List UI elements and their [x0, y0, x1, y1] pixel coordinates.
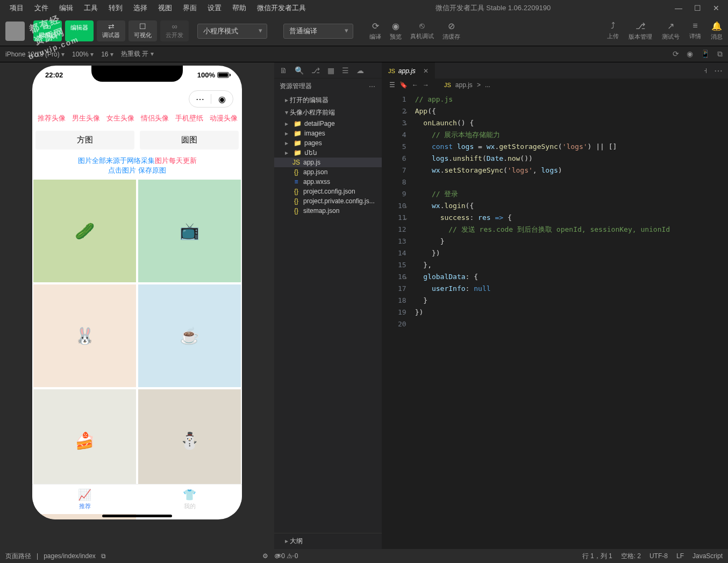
nav-fwd-icon[interactable]: →: [423, 81, 429, 89]
minimize-button[interactable]: —: [675, 4, 682, 12]
breadcrumb-file[interactable]: app.js: [455, 81, 473, 89]
toolbar-mode-button[interactable]: 编辑器: [65, 20, 94, 41]
subbar-icon[interactable]: ⟳: [673, 49, 679, 59]
tree-folder[interactable]: 📁detailPage: [274, 119, 382, 129]
tree-folder[interactable]: 📁pages: [274, 138, 382, 148]
toolbar-right-button[interactable]: ↗测试号: [662, 21, 680, 41]
search-icon[interactable]: 🔍: [295, 66, 304, 75]
ext-icon[interactable]: ☰: [342, 66, 349, 75]
files-icon[interactable]: 🗎: [280, 66, 287, 75]
phone-tab-bar: 📈推荐👕我的: [32, 484, 242, 514]
outline-section[interactable]: 大纲: [274, 533, 382, 549]
simulator-panel: 22:02 100% ⋯ ◉ 推荐头像男生头像女生头像情侣头像手机壁纸动漫头像 …: [0, 62, 274, 549]
tabbar-item[interactable]: 👕我的: [183, 488, 196, 510]
git-icon[interactable]: ⎇: [311, 66, 320, 75]
split-editor-icon[interactable]: ⫞: [703, 66, 708, 75]
menu-item[interactable]: 工具: [78, 1, 103, 15]
nav-icon[interactable]: ☰: [389, 81, 395, 89]
page-path-label[interactable]: 页面路径: [5, 552, 31, 561]
toolbar-action-button[interactable]: ◉预览: [390, 21, 402, 41]
mode-select[interactable]: 小程序模式: [197, 24, 267, 39]
toolbar-right-button[interactable]: ⤴上传: [607, 21, 619, 41]
tree-file[interactable]: JSapp.js: [274, 158, 382, 167]
status-item[interactable]: UTF-8: [650, 552, 668, 560]
toolbar-right-button[interactable]: ⎇版本管理: [629, 21, 652, 41]
category-tab[interactable]: 动漫头像: [206, 111, 241, 125]
page-path[interactable]: pages/index/index: [44, 552, 96, 560]
tree-file[interactable]: ≡app.wxss: [274, 177, 382, 187]
grid-image[interactable]: 🥒: [33, 180, 136, 282]
open-editors-section[interactable]: 打开的编辑器: [274, 94, 382, 106]
nav-back-icon[interactable]: ←: [412, 81, 418, 89]
error-warning-status[interactable]: ⊘ 0 ⚠ 0: [274, 552, 298, 560]
toolbar-mode-button[interactable]: ∞云开发: [160, 20, 189, 41]
status-item[interactable]: JavaScript: [693, 552, 723, 560]
toolbar-mode-button[interactable]: ☐可视化: [129, 20, 157, 41]
menu-item[interactable]: 视图: [153, 1, 177, 15]
debug-icon[interactable]: ▦: [327, 66, 334, 75]
copy-path-icon[interactable]: ⧉: [101, 552, 106, 560]
toolbar-mode-button[interactable]: ▭模拟器: [33, 20, 62, 41]
menu-item[interactable]: 设置: [202, 1, 227, 15]
grid-image[interactable]: 🍰: [33, 389, 136, 492]
toolbar-action-button[interactable]: ⎋真机调试: [410, 21, 434, 41]
shape-tab-round[interactable]: 圆图: [140, 131, 239, 149]
toolbar-mode-button[interactable]: ⇄调试器: [97, 20, 125, 41]
project-section[interactable]: 头像小程序前端: [274, 106, 382, 119]
device-select[interactable]: iPhone 12/13 (Pro): [5, 51, 65, 58]
tree-file[interactable]: {}sitemap.json: [274, 206, 382, 216]
menu-item[interactable]: 界面: [177, 1, 202, 15]
toolbar-right-button[interactable]: ≡详情: [689, 21, 701, 41]
tab-close-icon[interactable]: ✕: [423, 67, 429, 75]
category-tab[interactable]: 推荐头像: [34, 111, 69, 125]
toolbar-action-button[interactable]: ⊘清缓存: [442, 21, 460, 41]
menu-item[interactable]: 项目: [4, 1, 29, 15]
maximize-button[interactable]: ☐: [694, 4, 701, 12]
category-tab[interactable]: 男生头像: [69, 111, 103, 125]
capsule-close-button[interactable]: ◉: [211, 91, 233, 107]
menu-item[interactable]: 选择: [128, 1, 153, 15]
scene-icon[interactable]: ⚙: [262, 552, 268, 560]
tree-folder[interactable]: 📁images: [274, 129, 382, 138]
tree-file[interactable]: {}app.json: [274, 167, 382, 177]
cloud-icon[interactable]: ☁: [356, 66, 364, 75]
subbar-icon[interactable]: ⧉: [717, 49, 723, 59]
status-item[interactable]: 行 1，列 1: [582, 552, 612, 561]
capsule-menu-button[interactable]: ⋯: [189, 91, 211, 107]
toolbar-action-button[interactable]: ⟳编译: [369, 21, 381, 41]
tree-file[interactable]: {}project.private.config.js...: [274, 196, 382, 206]
tabbar-item[interactable]: 📈推荐: [78, 488, 91, 510]
category-tab[interactable]: 情侣头像: [138, 111, 172, 125]
tree-folder[interactable]: 📁մեն: [274, 148, 382, 158]
grid-image[interactable]: ⛄: [138, 389, 241, 492]
bookmark-icon[interactable]: 🔖: [399, 81, 408, 89]
menu-item[interactable]: 转到: [103, 1, 128, 15]
toolbar-right-button[interactable]: 🔔消息: [711, 21, 723, 41]
compile-select[interactable]: 普通编译: [283, 24, 353, 39]
menu-item[interactable]: 编辑: [54, 1, 78, 15]
explorer-more-icon[interactable]: ⋯: [369, 83, 376, 90]
category-tab[interactable]: 女生头像: [103, 111, 138, 125]
code-content[interactable]: // app.jsApp({ onLaunch() { // 展示本地存储能力 …: [415, 94, 670, 549]
zoom-select[interactable]: 100%: [72, 51, 94, 58]
subbar-icon[interactable]: 📱: [701, 49, 710, 59]
menu-item[interactable]: 微信开发者工具: [252, 1, 311, 15]
hot-reload-select[interactable]: 热重载 开: [121, 49, 154, 59]
font-select[interactable]: 16: [101, 51, 113, 58]
user-avatar[interactable]: [5, 22, 25, 41]
menu-item[interactable]: 文件: [29, 1, 54, 15]
status-item[interactable]: 空格: 2: [621, 552, 641, 561]
editor-more-icon[interactable]: ⋯: [714, 66, 723, 76]
close-button[interactable]: ✕: [713, 4, 719, 12]
code-area[interactable]: 12⌄3⌄45678910⌄11⌄1213141516⌄17181920 // …: [382, 91, 728, 549]
subbar-icon[interactable]: ◉: [687, 49, 693, 59]
grid-image[interactable]: 📺: [138, 180, 241, 282]
grid-image[interactable]: ☕: [138, 284, 241, 387]
editor-tab-active[interactable]: JS app.js ✕: [382, 62, 435, 79]
menu-item[interactable]: 帮助: [227, 1, 252, 15]
status-item[interactable]: LF: [676, 552, 684, 560]
tree-file[interactable]: {}project.config.json: [274, 187, 382, 196]
grid-image[interactable]: 🐰: [33, 284, 136, 387]
shape-tab-square[interactable]: 方图: [35, 131, 134, 149]
category-tab[interactable]: 手机壁纸: [172, 111, 206, 125]
